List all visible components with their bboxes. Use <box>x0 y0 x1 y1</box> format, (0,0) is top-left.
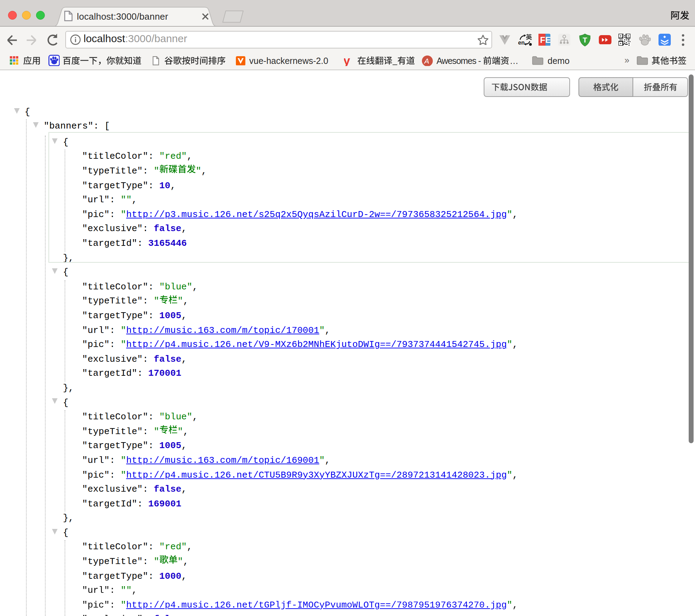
svg-text:A: A <box>424 57 429 65</box>
svg-text:y: y <box>344 55 350 66</box>
svg-text:F: F <box>540 35 545 45</box>
svg-text:E: E <box>545 35 550 45</box>
svg-text:en: en <box>518 40 524 46</box>
svg-text:T: T <box>582 35 587 44</box>
